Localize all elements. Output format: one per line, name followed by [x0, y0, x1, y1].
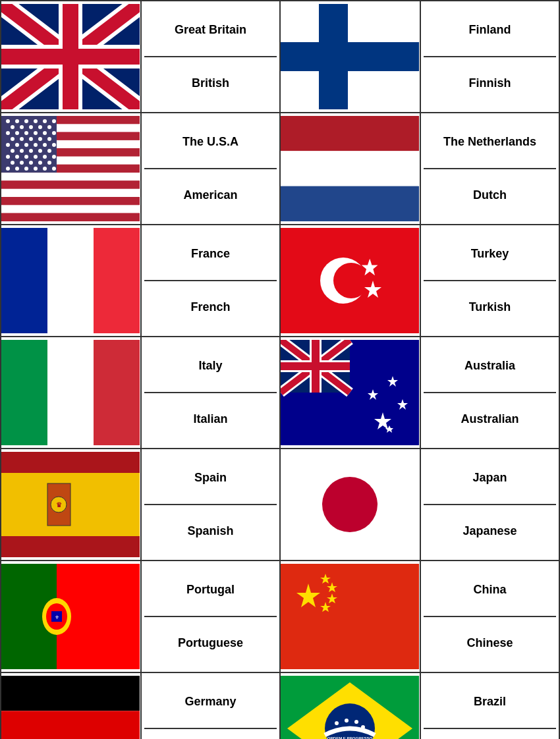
svg-point-135 — [339, 728, 341, 731]
label-netherlands: The Netherlands Dutch — [420, 113, 559, 225]
nationality-portugal: Portuguese — [178, 636, 243, 650]
svg-point-56 — [29, 149, 33, 153]
flag-turkey — [280, 225, 420, 337]
svg-point-49 — [15, 143, 19, 147]
svg-rect-10 — [281, 42, 419, 71]
svg-point-46 — [38, 137, 42, 141]
svg-point-72 — [24, 167, 28, 171]
flag-japan — [280, 449, 420, 561]
svg-point-74 — [43, 167, 47, 171]
flag-brazil: ORDEM E PROGRESSO — [280, 672, 420, 739]
label-turkey: Turkey Turkish — [420, 225, 559, 337]
svg-point-51 — [34, 143, 38, 147]
svg-point-45 — [29, 137, 33, 141]
svg-rect-22 — [1, 197, 140, 205]
svg-point-63 — [43, 155, 47, 159]
country-japan: Japan — [472, 471, 507, 485]
svg-rect-126 — [1, 711, 140, 739]
svg-point-40 — [34, 131, 38, 135]
svg-rect-24 — [1, 213, 140, 221]
country-turkey: Turkey — [471, 247, 509, 261]
country-france: France — [191, 247, 230, 261]
flag-china — [280, 561, 420, 672]
svg-point-75 — [52, 167, 56, 171]
svg-point-31 — [52, 119, 56, 123]
svg-point-133 — [354, 720, 358, 724]
country-italy: Italy — [198, 359, 222, 373]
svg-point-41 — [43, 131, 47, 135]
svg-point-59 — [6, 155, 10, 159]
svg-rect-76 — [281, 116, 419, 151]
svg-point-27 — [15, 119, 19, 123]
flag-australia — [280, 337, 420, 449]
svg-point-43 — [11, 137, 14, 141]
label-uk: Great Britain British — [141, 1, 280, 113]
nationality-china: Chinese — [466, 636, 513, 650]
svg-rect-11 — [319, 4, 348, 109]
svg-rect-19 — [1, 173, 140, 180]
nationality-finland: Finnish — [468, 76, 511, 90]
svg-text:⚜: ⚜ — [55, 615, 59, 620]
svg-point-34 — [29, 125, 33, 129]
svg-point-37 — [6, 131, 10, 135]
country-australia: Australia — [464, 359, 515, 373]
svg-point-53 — [52, 143, 56, 147]
nationality-japan: Japanese — [462, 524, 517, 538]
svg-point-58 — [47, 149, 51, 153]
svg-point-52 — [43, 143, 47, 147]
country-usa: The U.S.A — [182, 135, 238, 149]
label-portugal: Portugal Portuguese — [141, 561, 280, 672]
country-china: China — [473, 583, 506, 597]
svg-point-68 — [38, 161, 42, 165]
country-germany: Germany — [184, 695, 236, 709]
svg-point-60 — [15, 155, 19, 159]
svg-point-33 — [20, 125, 24, 129]
svg-point-29 — [34, 119, 38, 123]
svg-point-48 — [6, 143, 10, 147]
svg-rect-99 — [281, 362, 350, 370]
label-japan: Japan Japanese — [420, 449, 559, 561]
label-australia: Australia Australian — [420, 337, 559, 449]
label-brazil: Brazil Brazilian — [420, 672, 559, 739]
svg-rect-21 — [1, 189, 140, 197]
svg-point-28 — [24, 119, 28, 123]
svg-text:ORDEM E PROGRESSO: ORDEM E PROGRESSO — [327, 736, 373, 739]
svg-point-47 — [47, 137, 51, 141]
nationality-turkey: Turkish — [469, 300, 511, 314]
svg-point-71 — [15, 167, 19, 171]
nationality-spain: Spanish — [187, 524, 233, 538]
svg-point-84 — [333, 263, 369, 298]
svg-point-134 — [361, 725, 365, 729]
country-brazil: Brazil — [474, 695, 506, 709]
svg-rect-87 — [1, 340, 47, 445]
svg-point-57 — [38, 149, 42, 153]
svg-point-54 — [11, 149, 14, 153]
svg-point-55 — [20, 149, 24, 153]
label-france: France French — [141, 225, 280, 337]
svg-point-36 — [47, 125, 51, 129]
flag-portugal: ⚜ — [1, 561, 141, 672]
svg-point-32 — [11, 125, 14, 129]
country-spain: Spain — [194, 471, 227, 485]
label-germany: Germany German — [141, 672, 280, 739]
svg-point-131 — [335, 721, 339, 725]
svg-point-112 — [322, 477, 378, 532]
svg-point-38 — [15, 131, 19, 135]
svg-rect-88 — [47, 340, 94, 445]
svg-point-35 — [38, 125, 42, 129]
svg-point-67 — [29, 161, 33, 165]
nationality-france: French — [190, 300, 230, 314]
label-china: China Chinese — [420, 561, 559, 672]
label-italy: Italy Italian — [141, 337, 280, 449]
svg-point-65 — [11, 161, 14, 165]
label-finland: Finland Finnish — [420, 1, 559, 113]
svg-point-42 — [52, 131, 56, 135]
svg-point-44 — [20, 137, 24, 141]
flag-spain: ♛ — [1, 449, 141, 561]
svg-point-73 — [34, 167, 38, 171]
svg-text:♛: ♛ — [56, 501, 62, 508]
country-uk: Great Britain — [175, 23, 246, 37]
svg-rect-23 — [1, 205, 140, 213]
svg-point-66 — [20, 161, 24, 165]
svg-rect-77 — [281, 151, 419, 186]
